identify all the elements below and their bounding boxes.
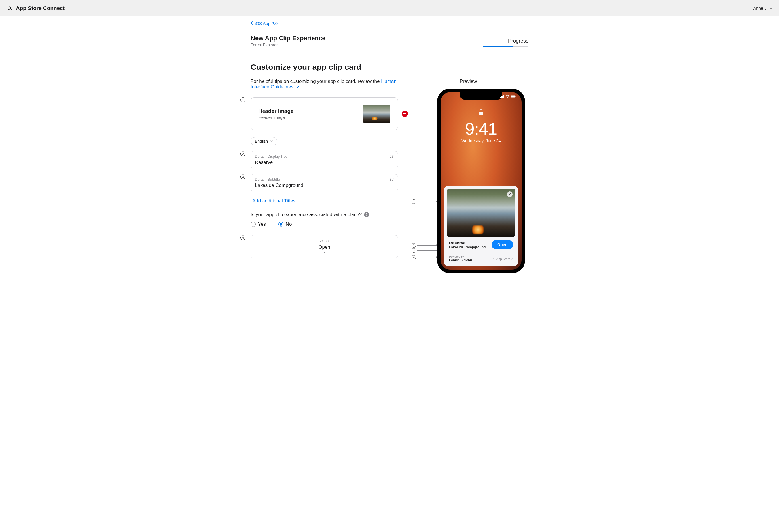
chevron-down-icon — [322, 250, 326, 255]
radio-no[interactable]: No — [278, 222, 292, 227]
step-subtitle: 3 Default Subtitle 37 — [251, 174, 398, 191]
powered-by-label: Powered by — [449, 255, 472, 258]
page-subtitle: Forest Explorer — [251, 43, 325, 47]
appstore-icon — [492, 257, 495, 260]
external-link-icon — [296, 85, 300, 91]
radio-dot — [278, 222, 284, 227]
header-image-thumbnail — [363, 105, 391, 122]
wifi-icon — [506, 95, 510, 99]
subtitle-field[interactable]: Default Subtitle 37 — [251, 174, 398, 191]
svg-rect-3 — [503, 95, 504, 98]
callout-num-4: 4 — [412, 255, 416, 259]
progress-bar — [483, 46, 528, 47]
action-select[interactable]: Action Open — [251, 235, 398, 258]
radio-yes-label: Yes — [258, 222, 266, 227]
step-number-1: 1 — [240, 97, 245, 102]
header-image-subtitle: Header image — [258, 115, 294, 120]
back-link-label: iOS App 2.0 — [255, 21, 278, 26]
remove-header-image-button[interactable] — [402, 111, 408, 117]
help-icon[interactable]: ? — [364, 212, 369, 217]
language-select[interactable]: English — [251, 137, 277, 145]
action-label: Action — [318, 239, 328, 243]
chevron-down-icon — [769, 6, 772, 10]
top-bar: App Store Connect Anne J. — [0, 0, 779, 16]
preview-callout-1: 1 — [412, 199, 438, 204]
preview-callouts-234: 2 3 4 — [412, 243, 438, 259]
place-question: Is your app clip experience associated w… — [251, 212, 398, 218]
asc-logo-icon — [7, 5, 13, 11]
brand: App Store Connect — [7, 5, 65, 11]
progress: Progress — [466, 38, 528, 47]
unlock-icon — [440, 109, 522, 117]
chevron-left-icon — [251, 21, 253, 26]
appstore-link[interactable]: App Store — [492, 257, 513, 260]
clip-card-image: ✕ — [447, 189, 515, 237]
display-title-count: 23 — [390, 154, 394, 159]
display-title-label: Default Display Title — [255, 154, 394, 159]
sub-header: iOS App 2.0 New App Clip Experience Fore… — [0, 16, 779, 54]
app-name: App Store Connect — [16, 5, 65, 11]
phone-screen: 9:41 Wednesday, June 24 ✕ — [440, 92, 522, 270]
lock-date: Wednesday, June 24 — [440, 138, 522, 143]
svg-rect-0 — [500, 97, 501, 98]
language-value: English — [255, 139, 268, 143]
clip-open-button[interactable]: Open — [491, 240, 513, 249]
place-radios: Yes No — [251, 222, 398, 227]
subtitle-label: Default Subtitle — [255, 177, 394, 181]
user-name: Anne J. — [753, 6, 768, 10]
chevron-right-icon — [512, 257, 513, 260]
callout-num-3: 3 — [412, 248, 416, 253]
campfire-graphic — [472, 226, 484, 234]
step-header-image: 1 Header image Header image — [251, 97, 398, 130]
callout-num-1: 1 — [412, 199, 416, 204]
help-text: For helpful tips on customizing your app… — [251, 78, 398, 91]
chevron-down-icon — [270, 139, 273, 143]
subtitle-input[interactable] — [255, 181, 394, 188]
header-image-card[interactable]: Header image Header image — [251, 97, 398, 130]
signal-icon — [500, 95, 504, 99]
header-image-title: Header image — [258, 108, 294, 114]
step-title: 2 Default Display Title 23 — [251, 151, 398, 168]
progress-fill — [483, 46, 513, 47]
action-value: Open — [318, 243, 330, 250]
step-number-3: 3 — [240, 174, 245, 179]
radio-no-label: No — [286, 222, 292, 227]
divider — [251, 29, 528, 29]
preview-label: Preview — [408, 78, 528, 84]
svg-rect-7 — [516, 96, 516, 97]
svg-rect-2 — [502, 96, 503, 98]
phone-frame: 9:41 Wednesday, June 24 ✕ — [437, 89, 525, 273]
svg-rect-1 — [501, 97, 502, 98]
user-menu[interactable]: Anne J. — [753, 6, 772, 10]
step-number-2: 2 — [240, 151, 245, 156]
radio-yes[interactable]: Yes — [251, 222, 266, 227]
svg-point-4 — [507, 97, 508, 98]
display-title-input[interactable] — [255, 159, 394, 165]
powered-by-value: Forest Explorer — [449, 258, 472, 262]
appstore-link-label: App Store — [496, 257, 510, 260]
radio-dot — [251, 222, 256, 227]
display-title-field[interactable]: Default Display Title 23 — [251, 151, 398, 168]
section-heading: Customize your app clip card — [251, 63, 528, 72]
subtitle-count: 37 — [390, 177, 394, 181]
app-clip-card: ✕ Reserve Lakeside Campground Open — [444, 186, 518, 266]
clip-close-button[interactable]: ✕ — [507, 191, 513, 197]
battery-icon — [511, 95, 517, 99]
form-column: For helpful tips on customizing your app… — [251, 78, 398, 264]
phone-notch — [460, 92, 502, 100]
page-title: New App Clip Experience — [251, 35, 325, 42]
progress-label: Progress — [466, 38, 528, 44]
place-question-text: Is your app clip experience associated w… — [251, 212, 362, 218]
lock-time: 9:41 — [440, 119, 522, 139]
back-link[interactable]: iOS App 2.0 — [251, 20, 278, 29]
add-titles-link[interactable]: Add additional Titles... — [251, 197, 301, 205]
callout-num-2: 2 — [412, 243, 416, 248]
step-action: 4 Action Open — [251, 235, 398, 258]
svg-rect-8 — [479, 112, 483, 115]
step-number-4: 4 — [240, 235, 245, 240]
clip-card-title: Reserve — [449, 240, 486, 245]
help-text-prefix: For helpful tips on customizing your app… — [251, 78, 381, 84]
preview-column: Preview 1 2 3 4 — [408, 78, 528, 274]
lock-screen: 9:41 Wednesday, June 24 — [440, 109, 522, 143]
clip-card-subtitle: Lakeside Campground — [449, 245, 486, 249]
